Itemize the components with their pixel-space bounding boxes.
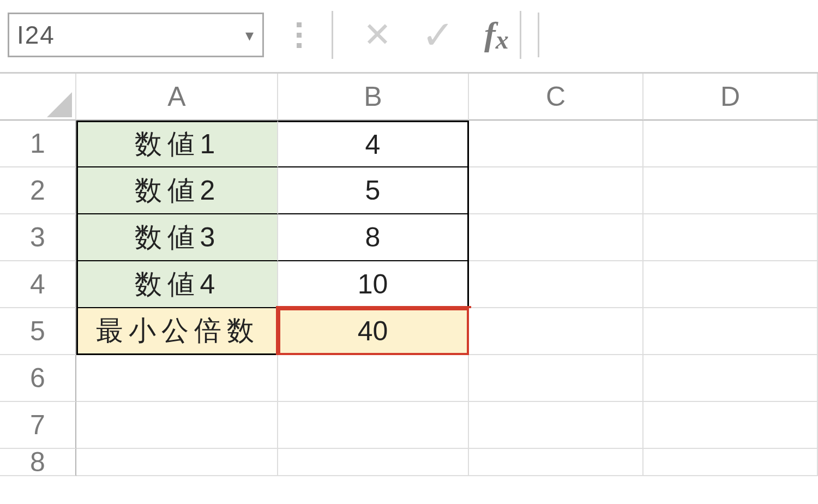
row-header-8[interactable]: 8	[0, 449, 76, 476]
cell-B3[interactable]: 8	[278, 214, 469, 261]
name-box-dropdown-icon[interactable]: ▾	[245, 26, 255, 45]
cell-C7[interactable]	[469, 402, 643, 449]
cell-C8[interactable]	[469, 449, 643, 476]
cell-B6[interactable]	[278, 355, 469, 402]
cell-B8[interactable]	[278, 449, 469, 476]
cell-B1[interactable]: 4	[278, 121, 469, 167]
cell-A6[interactable]	[76, 355, 278, 402]
cell-B7[interactable]	[278, 402, 469, 449]
cell-A8[interactable]	[76, 449, 278, 476]
name-box[interactable]: I24 ▾	[8, 13, 264, 57]
cell-C4[interactable]	[469, 261, 643, 308]
row-header-5[interactable]: 5	[0, 308, 76, 355]
cell-B2[interactable]: 5	[278, 167, 469, 214]
cell-A3[interactable]: 数値3	[76, 214, 278, 261]
row-header-1[interactable]: 1	[0, 121, 76, 167]
cell-D1[interactable]	[643, 121, 818, 167]
divider	[332, 11, 333, 59]
cell-D8[interactable]	[643, 449, 818, 476]
cell-C2[interactable]	[469, 167, 643, 214]
cell-C6[interactable]	[469, 355, 643, 402]
cell-B4[interactable]: 10	[278, 261, 469, 308]
column-header-B[interactable]: B	[278, 74, 469, 121]
cell-D7[interactable]	[643, 402, 818, 449]
formula-input[interactable]	[538, 13, 810, 57]
svg-marker-0	[47, 92, 72, 117]
row-header-7[interactable]: 7	[0, 402, 76, 449]
enter-icon[interactable]: ✓	[422, 15, 454, 55]
cell-D3[interactable]	[643, 214, 818, 261]
formula-bar-buttons: ✕ ✓ fx	[275, 11, 509, 59]
cell-D4[interactable]	[643, 261, 818, 308]
cell-D5[interactable]	[643, 308, 818, 355]
cell-A2[interactable]: 数値2	[76, 167, 278, 214]
column-header-D[interactable]: D	[643, 74, 818, 121]
insert-function-icon[interactable]: fx	[484, 17, 509, 53]
cell-D2[interactable]	[643, 167, 818, 214]
formula-bar: I24 ▾ ✕ ✓ fx	[0, 0, 818, 74]
cell-A4[interactable]: 数値4	[76, 261, 278, 308]
row-header-3[interactable]: 3	[0, 214, 76, 261]
cell-A1[interactable]: 数値1	[76, 121, 278, 167]
select-all-triangle-icon	[47, 92, 72, 117]
divider	[520, 11, 521, 59]
cell-C5[interactable]	[469, 308, 643, 355]
cancel-icon[interactable]: ✕	[363, 18, 392, 52]
row-header-6[interactable]: 6	[0, 355, 76, 402]
spreadsheet-grid[interactable]: A B C D 1 数値1 4 2 数値2 5 3 数値3 8 4 数値4 10…	[0, 74, 818, 496]
cell-A5[interactable]: 最小公倍数	[76, 308, 278, 355]
cell-C1[interactable]	[469, 121, 643, 167]
column-header-C[interactable]: C	[469, 74, 643, 121]
column-header-A[interactable]: A	[76, 74, 278, 121]
name-box-value: I24	[17, 20, 55, 50]
formula-bar-grip-icon[interactable]	[297, 22, 302, 48]
cell-B5[interactable]: 40	[278, 308, 469, 355]
cell-D6[interactable]	[643, 355, 818, 402]
row-header-4[interactable]: 4	[0, 261, 76, 308]
cell-C3[interactable]	[469, 214, 643, 261]
cell-A7[interactable]	[76, 402, 278, 449]
select-all-corner[interactable]	[0, 74, 76, 121]
row-header-2[interactable]: 2	[0, 167, 76, 214]
